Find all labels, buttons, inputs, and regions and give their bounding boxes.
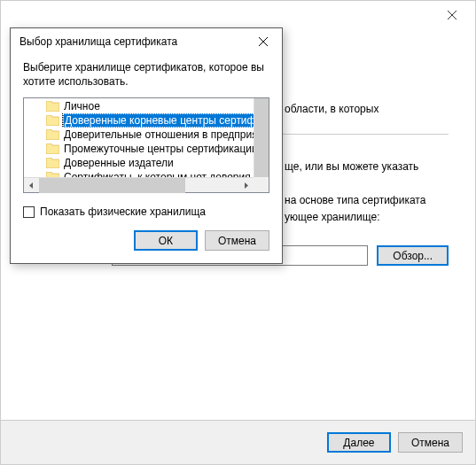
wizard-text-fragment: ще, или вы можете указать (285, 160, 418, 173)
scrollbar-corner (254, 177, 269, 192)
folder-icon (45, 143, 59, 155)
tree-item[interactable]: Промежуточные центры сертификации (24, 142, 269, 156)
browse-button[interactable]: Обзор... (377, 245, 449, 266)
show-physical-row: Показать физические хранилища (23, 205, 269, 218)
tree-item-label: Доверенные издатели (63, 157, 175, 169)
horizontal-scrollbar[interactable] (24, 177, 254, 192)
scroll-right-button[interactable] (238, 178, 254, 193)
dialog-content: Выберите хранилище сертификатов, которое… (11, 55, 282, 263)
folder-icon (45, 171, 59, 177)
scrollbar-thumb[interactable] (254, 98, 269, 177)
scroll-left-button[interactable] (24, 178, 39, 193)
wizard-text-fragment: ующее хранилище: (285, 211, 380, 223)
tree-item-label: Сертификаты, к которым нет доверия (63, 171, 252, 177)
tree-scroll-area: ЛичноеДоверенные корневые центры сертифи… (24, 98, 269, 177)
tree-item[interactable]: Доверенные издатели (24, 156, 269, 170)
tree-item-label: Доверенные корневые центры сертификации (63, 113, 269, 128)
tree-item-label: Личное (63, 100, 101, 112)
show-physical-checkbox[interactable] (23, 206, 35, 218)
folder-icon (45, 157, 59, 169)
dialog-description: Выберите хранилище сертификатов, которое… (23, 60, 269, 89)
tree-item[interactable]: Доверительные отношения в предприятии (24, 128, 269, 142)
tree-item-label: Промежуточные центры сертификации (63, 143, 259, 155)
ok-button[interactable]: ОК (134, 230, 198, 251)
cert-store-tree: ЛичноеДоверенные корневые центры сертифи… (23, 97, 269, 193)
chevron-left-icon (28, 182, 35, 189)
folder-icon (45, 128, 59, 141)
cert-store-dialog: Выбор хранилища сертификата Выберите хра… (10, 27, 283, 264)
tree-item[interactable]: Сертификаты, к которым нет доверия (24, 170, 269, 177)
wizard-footer: Далее Отмена (1, 420, 475, 464)
dialog-close-button[interactable] (246, 31, 280, 52)
vertical-scrollbar[interactable] (254, 98, 269, 177)
wizard-text-fragment: на основе типа сертификата (285, 194, 425, 206)
dialog-title: Выбор хранилища сертификата (20, 35, 177, 48)
tree-item-label: Доверительные отношения в предприятии (63, 128, 269, 141)
dialog-buttons: ОК Отмена (23, 230, 269, 251)
tree-list: ЛичноеДоверенные корневые центры сертифи… (24, 98, 269, 177)
tree-item[interactable]: Личное (24, 99, 269, 113)
dialog-cancel-button[interactable]: Отмена (205, 230, 269, 251)
chevron-right-icon (243, 182, 249, 189)
folder-icon (45, 114, 59, 127)
dialog-titlebar: Выбор хранилища сертификата (11, 28, 282, 55)
tree-item[interactable]: Доверенные корневые центры сертификации (24, 113, 269, 128)
show-physical-label: Показать физические хранилища (40, 205, 206, 218)
scrollbar-thumb[interactable] (39, 178, 185, 193)
next-button[interactable]: Далее (327, 432, 391, 453)
folder-icon (45, 100, 59, 112)
wizard-cancel-button[interactable]: Отмена (398, 432, 463, 453)
close-icon (259, 37, 268, 46)
wizard-text-fragment: области, в которых (285, 103, 378, 115)
